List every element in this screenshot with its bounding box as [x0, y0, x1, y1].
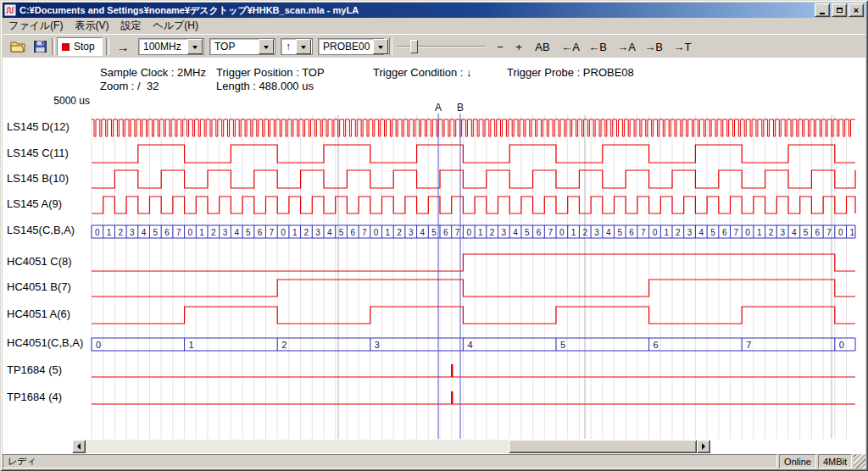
trigger-probe-info: Trigger Probe : PROBE08 — [507, 66, 634, 79]
dropdown-button[interactable] — [296, 39, 311, 54]
signal-label[interactable]: TP1684 (4) — [7, 391, 62, 403]
waveform-square — [92, 254, 855, 271]
bus-value: 5 — [560, 340, 565, 350]
goto-b-left-button[interactable]: ←B — [586, 38, 609, 55]
dropdown-button[interactable] — [187, 39, 203, 54]
goto-trigger-button[interactable]: →T — [670, 38, 694, 55]
ab-button[interactable]: AB — [531, 38, 554, 55]
bus-value: 4 — [420, 228, 426, 237]
bus-value: 5 — [710, 228, 715, 237]
signal-label[interactable]: LS145(C,B,A) — [7, 224, 75, 236]
menu-item-help[interactable]: ヘルプ(H) — [147, 17, 204, 35]
trigger-position-select[interactable]: TOP — [209, 38, 275, 55]
scroll-right-button[interactable] — [697, 440, 710, 453]
trigger-edge-select[interactable]: ↑ — [281, 38, 313, 55]
slider-thumb[interactable] — [410, 40, 418, 53]
waveform-plot[interactable]: 0123456701234567012345670123456701234567… — [0, 100, 868, 442]
dropdown-button[interactable] — [259, 39, 274, 54]
signal-label[interactable]: HC4051 C(8) — [7, 255, 72, 268]
arrow-left-icon — [74, 443, 81, 450]
zoom-slider[interactable] — [398, 40, 486, 53]
bus-value: 2 — [397, 228, 402, 237]
bus-value: 1 — [850, 228, 855, 237]
bus-value: 5 — [153, 228, 159, 237]
bus-value: 7 — [746, 340, 751, 350]
goto-a-left-button[interactable]: ←A — [559, 38, 582, 55]
cursor-b-label: B — [457, 102, 464, 114]
signal-label[interactable]: HC4051 B(7) — [7, 280, 71, 293]
sample-clock-select[interactable]: 100MHz — [138, 38, 204, 55]
bus-value: 7 — [362, 228, 367, 237]
titlebar: C:¥Documents and Settings¥noname¥デスクトップ¥… — [3, 3, 865, 18]
chevron-down-icon — [378, 46, 383, 52]
minimize-icon — [820, 13, 825, 14]
maximize-button[interactable] — [832, 3, 847, 17]
status-memory: 4MBit — [818, 454, 852, 468]
bus-value: 7 — [548, 228, 553, 237]
horizontal-scrollbar[interactable] — [72, 440, 710, 453]
run-button[interactable]: → — [113, 37, 133, 56]
close-button[interactable]: × — [849, 3, 864, 17]
app-window: C:¥Documents and Settings¥noname¥デスクトップ¥… — [0, 0, 868, 471]
open-button[interactable] — [8, 37, 28, 56]
bus-value: 0 — [653, 228, 658, 237]
bus-value: 2 — [119, 228, 124, 237]
bus-value: 6 — [350, 228, 355, 237]
bus-value: 2 — [490, 228, 495, 237]
signal-label[interactable]: LS145 C(11) — [7, 147, 69, 159]
signal-label[interactable]: HC4051 A(6) — [7, 308, 70, 320]
signal-label[interactable]: LS145 A(9) — [7, 197, 62, 210]
bus-value: 1 — [571, 228, 576, 237]
chevron-down-icon — [301, 46, 306, 52]
bus-value: 3 — [594, 228, 599, 237]
maximize-icon — [837, 8, 843, 13]
status-online: Online — [779, 454, 816, 468]
goto-b-right-button[interactable]: →B — [642, 38, 665, 55]
menu-item-file[interactable]: ファイル(F) — [3, 17, 69, 35]
toolbar-separator — [389, 38, 392, 55]
signal-label[interactable]: LS145 D(12) — [7, 120, 70, 133]
zoom-in-button[interactable]: + — [511, 38, 526, 55]
bus-value: 7 — [641, 228, 646, 237]
scroll-left-button[interactable] — [72, 440, 86, 453]
save-button[interactable] — [30, 37, 50, 56]
signal-label[interactable]: TP1684 (5) — [7, 363, 62, 376]
minimize-button[interactable] — [815, 3, 830, 17]
waveform-square — [92, 145, 855, 163]
stop-button[interactable]: Stop — [57, 37, 103, 56]
bus-value: 4 — [234, 228, 239, 237]
bus-value: 4 — [142, 228, 147, 237]
resize-grip[interactable] — [854, 454, 865, 468]
zoom-out-button[interactable]: − — [492, 38, 508, 55]
bus-value: 3 — [223, 228, 228, 237]
menu-item-settings[interactable]: 設定 — [114, 17, 147, 35]
bus-value: 0 — [374, 228, 379, 237]
signal-label[interactable]: LS145 B(10) — [7, 172, 69, 185]
cursor-a-label: A — [435, 102, 442, 114]
pulse-mark — [451, 391, 453, 404]
goto-a-right-button[interactable]: →A — [615, 38, 638, 55]
bus-value: 6 — [537, 228, 542, 237]
menu-item-view[interactable]: 表示(V) — [69, 17, 114, 35]
bus-value: 0 — [838, 228, 843, 237]
statusbar: レディ Online 4MBit — [3, 454, 865, 468]
bus-value: 5 — [618, 228, 623, 237]
waveform-square — [92, 197, 855, 213]
bus-value: 0 — [839, 340, 844, 350]
bus-value: 1 — [664, 228, 669, 237]
arrow-right-icon — [702, 443, 709, 450]
bus-value: 3 — [375, 340, 380, 350]
time-start-label: 5000 us — [17, 95, 90, 107]
bus-value: 0 — [281, 228, 286, 237]
bus-value: 1 — [189, 340, 194, 350]
stop-label: Stop — [74, 41, 95, 53]
bus-value: 5 — [246, 228, 251, 237]
probe-select[interactable]: PROBE00 — [318, 38, 384, 55]
dropdown-button[interactable] — [373, 39, 388, 54]
signal-label[interactable]: HC4051(C,B,A) — [7, 336, 83, 349]
probe-value: PROBE00 — [320, 41, 373, 53]
scroll-thumb[interactable] — [509, 440, 697, 453]
bus-value: 6 — [722, 228, 727, 237]
sample-clock-value: 100MHz — [140, 41, 185, 53]
chevron-down-icon — [264, 46, 269, 52]
